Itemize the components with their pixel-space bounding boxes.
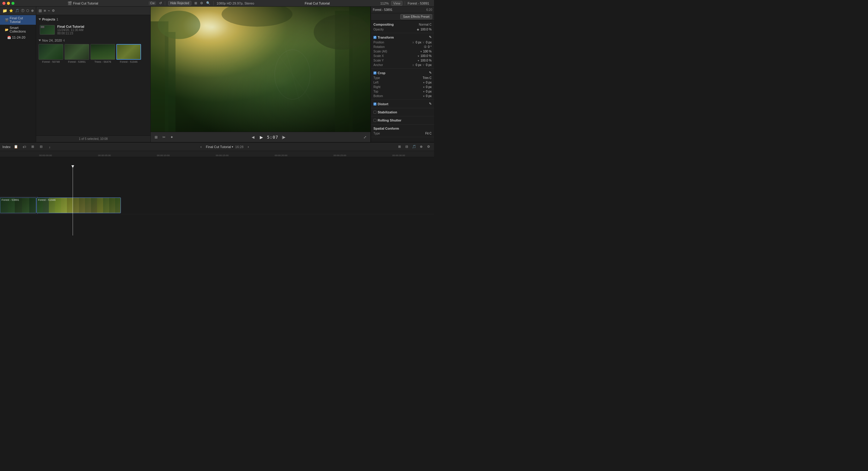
crop-edit-icon[interactable]: ✎ [429,71,432,75]
timeline-menu-button[interactable]: ⊟ [38,144,44,150]
browser-list-icon[interactable]: ≡ [44,8,46,13]
play-prev-button[interactable]: ◀ [250,134,256,140]
sidebar-icon-1[interactable]: 📁 [2,8,7,13]
close-button[interactable] [2,2,5,5]
refresh-icon[interactable]: ↺ [159,1,162,5]
position-y-value[interactable]: 0 px [426,41,432,44]
rotation-value[interactable]: 0 ° [428,45,432,49]
anchor-y-value[interactable]: 0 px [426,63,432,67]
play-button[interactable]: ▶ [258,134,265,140]
timeline-tag-button[interactable]: 🏷 [22,144,27,150]
timeline-link-button[interactable]: ⊞ [397,144,403,150]
viewer-magic-button[interactable]: ✦ [169,134,175,140]
sidebar-icon-4[interactable]: Ⓣ [21,8,24,13]
ruler-label-4: 00:00:20:00 [275,154,287,157]
crop-enabled-checkbox[interactable]: ✓ [373,71,376,75]
date-expand-icon[interactable] [38,39,41,41]
distort-enabled-checkbox[interactable]: ✓ [373,102,376,106]
crop-bottom-value[interactable]: 0 px [426,94,432,98]
crop-type-value[interactable]: Trim C [423,76,432,80]
timeline-audio-button[interactable]: 🎵 [411,144,417,150]
stabilization-checkbox[interactable] [373,111,376,114]
browser-filter-icon[interactable]: ⚙ [52,9,55,13]
search-icon[interactable]: 🔍 [206,1,210,5]
view-button[interactable]: View [391,1,403,6]
timeline-prev-button[interactable]: ‹ [198,144,204,150]
timeline-chapter-button[interactable]: ⊞ [30,144,36,150]
clip-thumb-trees-56476[interactable]: Trees - 56476 [90,44,115,63]
sidebar-icon-3[interactable]: 🎵 [15,9,19,13]
timeline-zoom-button[interactable]: ⊕ [418,144,424,150]
spatial-type-row: Type Fit C [371,131,434,136]
compositing-blend-mode[interactable]: Normal C [419,23,432,26]
transform-enabled-checkbox[interactable]: ✓ [373,36,376,39]
crop-label: Crop [378,71,385,75]
timeline-clip-list-button[interactable]: 📋 [13,144,19,150]
projects-expand-icon[interactable] [38,19,41,20]
opacity-diamond-icon[interactable]: ◆ [417,28,419,31]
viewer-main[interactable] [151,7,370,132]
rotation-dot-icon[interactable]: ⦿ [424,45,427,49]
window-controls[interactable] [2,2,14,5]
browser-grid-icon[interactable]: ⊞ [38,8,42,13]
anchor-row: Anchor X 0 px Y 0 px [371,63,434,67]
clip-thumb-forest-50748[interactable]: Forest - 50748 [38,44,63,63]
maximize-button[interactable] [11,2,14,5]
scale-y-value[interactable]: 100.0 % [421,59,432,62]
transform-edit-icon[interactable]: ✎ [429,35,432,39]
settings-icon[interactable]: ⚙ [200,1,203,5]
timeline-clip-height-button[interactable]: ⊟ [404,144,410,150]
clip-forest-51946[interactable]: Forest - 51946 [36,198,121,213]
sequence-dropdown-icon[interactable]: ▾ [232,145,233,148]
play-next-button[interactable]: |▶ [281,134,287,140]
opacity-value[interactable]: 100.0 % [421,28,432,31]
crop-left-value[interactable]: 0 px [426,81,432,84]
inspector-time: 6:20 [427,8,432,11]
crop-top-arrow[interactable]: ▾ [423,90,425,93]
sidebar-icon-5[interactable]: ⬡ [26,9,29,13]
crop-right-arrow[interactable]: ▾ [423,86,425,89]
sidebar-item-date[interactable]: 📅 11-24-20 [0,34,36,40]
spatial-type-value[interactable]: Fit C [425,132,432,135]
rolling-shutter-checkbox[interactable] [373,119,376,122]
anchor-x-value[interactable]: 0 px [415,63,421,67]
scale-y-row: Scale Y ▾ 100.0 % [371,58,434,63]
viewer-trim-button[interactable]: ✂ [161,134,167,140]
position-label: Position [373,41,411,44]
sidebar-project-label: Final Cut Tutorial [10,16,33,24]
scale-x-value[interactable]: 100.0 % [421,54,432,58]
distort-edit-icon[interactable]: ✎ [429,102,432,106]
clip-thumb-forest-53891[interactable]: Forest - 53891 [64,44,89,63]
clip-forest-53891[interactable]: Forest - 53891 [0,198,36,213]
position-x-value[interactable]: 0 px [415,41,421,44]
hide-rejected-button[interactable]: Hide Rejected [168,1,191,5]
filter-icon[interactable]: ⊞ [194,1,197,5]
crop-type-label: Type [373,76,421,80]
sidebar-icon-6[interactable]: ⊕ [31,9,34,13]
scale-y-arrow[interactable]: ▾ [418,59,419,62]
save-effects-preset-button[interactable]: Save Effects Preset [400,14,432,19]
project-item[interactable]: Final Cut Tutorial 11/24/20, 11:30 AM 00… [38,24,148,36]
timeline-arrow-button[interactable]: ↓ [47,144,53,150]
sidebar-item-smart-collections[interactable]: 📂 Smart Collections [0,25,36,34]
crop-bottom-arrow[interactable]: ▾ [423,95,425,98]
timeline-next-button[interactable]: › [245,144,251,150]
timeline-settings-button[interactable]: ⚙ [426,144,432,150]
viewer-fullscreen-button[interactable]: ⊞ [153,134,159,140]
crop-right-value[interactable]: 0 px [426,85,432,89]
sidebar-icon-2[interactable]: ⭐ [9,9,13,13]
viewer-expand-button[interactable]: ⤢ [362,134,368,140]
timeline-toolbar-left: Index 📋 🏷 ⊞ ⊟ ↓ [2,144,53,150]
rolling-shutter-section: Rolling Shutter [371,116,434,124]
browser-tag-icon[interactable]: ⌁ [48,9,50,13]
crop-top-value[interactable]: 0 px [426,90,432,93]
sidebar-item-final-cut[interactable]: 🎬 Final Cut Tutorial [0,15,36,25]
minimize-button[interactable] [7,2,10,5]
crop-left-arrow[interactable]: ▾ [423,81,425,84]
scale-all-value[interactable]: 100 % [423,50,432,53]
scale-all-arrow[interactable]: ▾ [421,50,422,53]
crop-section: ✓ Crop ✎ Type Trim C Left ▾ 0 px Right ▾… [371,69,434,100]
timeline-toolbar-center: ‹ Final Cut Tutorial ▾ 16:28 › [198,144,251,150]
scale-x-arrow[interactable]: ▾ [418,55,419,58]
clip-thumb-forest-51946[interactable]: Forest - 51946 [116,44,141,63]
